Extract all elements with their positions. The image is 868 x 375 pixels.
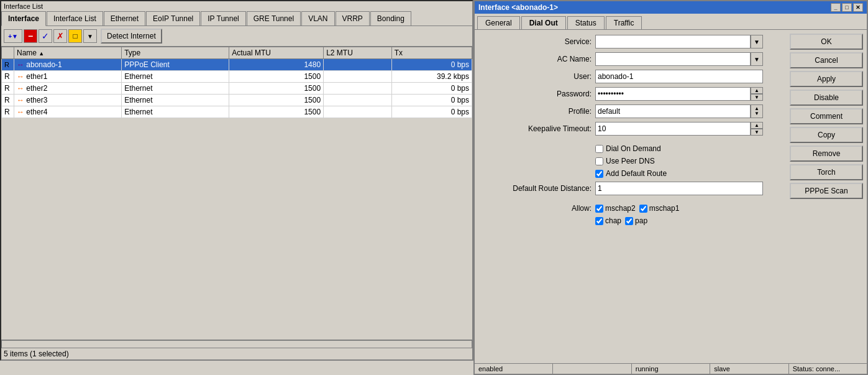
- row-flag: R: [2, 106, 14, 118]
- dial-on-demand-label[interactable]: Dial On Demand: [595, 144, 661, 153]
- ac-name-dropdown[interactable]: ▼: [751, 52, 763, 66]
- dialog-tabs-bar: General Dial Out Status Traffic: [475, 14, 867, 30]
- tab-vrrp[interactable]: VRRP: [336, 11, 370, 25]
- password-input[interactable]: [595, 87, 751, 101]
- row-l2mtu: [324, 59, 392, 71]
- col-type[interactable]: Type: [122, 47, 229, 59]
- tab-ethernet[interactable]: Ethernet: [104, 11, 145, 25]
- tab-traffic[interactable]: Traffic: [606, 16, 642, 29]
- cancel-button[interactable]: Cancel: [790, 52, 863, 68]
- user-input[interactable]: [595, 70, 763, 83]
- table-row[interactable]: R ↔ ether2 Ethernet 1500 0 bps: [2, 83, 472, 95]
- ac-name-input[interactable]: [595, 52, 751, 66]
- keepalive-input[interactable]: [595, 122, 751, 136]
- allow-pap-checkbox[interactable]: [625, 217, 633, 225]
- torch-button[interactable]: Torch: [790, 164, 863, 180]
- tab-bonding[interactable]: Bonding: [370, 11, 411, 25]
- profile-input[interactable]: [595, 104, 751, 118]
- dialog-content: Service: ▼ AC Name: ▼: [475, 30, 867, 363]
- col-name[interactable]: Name ▲: [14, 47, 122, 59]
- row-mtu: 1500: [229, 106, 324, 118]
- tab-eoip[interactable]: EoIP Tunnel: [146, 11, 200, 25]
- tab-gre[interactable]: GRE Tunnel: [247, 11, 301, 25]
- allow-row: Allow: mschap2 mschap1: [480, 204, 781, 213]
- table-row[interactable]: R ↔ ether3 Ethernet 1500 0 bps: [2, 95, 472, 106]
- apply-button[interactable]: Apply: [790, 71, 863, 87]
- default-route-distance-row: Default Route Distance:: [480, 182, 781, 195]
- dialog-title: Interface <abonado-1>: [478, 3, 558, 12]
- table-row[interactable]: R ↔ ether1 Ethernet 1500 39.2 kbps: [2, 71, 472, 83]
- ok-button[interactable]: OK: [790, 34, 863, 50]
- side-buttons: OK Cancel Apply Disable Comment Copy Rem…: [786, 30, 867, 363]
- keepalive-up[interactable]: ▲: [751, 122, 763, 129]
- table-row[interactable]: R ↔ abonado-1 PPPoE Client 1480 0 bps: [2, 59, 472, 71]
- comment-button[interactable]: Comment: [790, 108, 863, 124]
- disable-button[interactable]: Disable: [790, 90, 863, 106]
- add-button[interactable]: +▼: [4, 29, 22, 43]
- tab-general[interactable]: General: [477, 16, 520, 29]
- status-empty: [553, 364, 631, 374]
- row-flag: R: [2, 83, 14, 95]
- comment-button[interactable]: □: [68, 29, 82, 43]
- row-name: ↔ ether2: [14, 83, 122, 95]
- remove-button[interactable]: −: [24, 29, 37, 43]
- row-mtu: 1500: [229, 83, 324, 95]
- dial-on-demand-checkbox[interactable]: [595, 145, 603, 153]
- close-button[interactable]: ✕: [853, 3, 863, 12]
- row-mtu: 1480: [229, 59, 324, 71]
- col-tx[interactable]: Tx: [391, 47, 472, 59]
- password-row: Password: ▲ ▼: [480, 87, 781, 101]
- password-label: Password:: [480, 90, 592, 98]
- row-tx: 39.2 kbps: [391, 71, 472, 83]
- password-down[interactable]: ▼: [751, 94, 763, 101]
- maximize-button[interactable]: □: [842, 3, 852, 12]
- tab-iptunnel[interactable]: IP Tunnel: [201, 11, 245, 25]
- use-peer-dns-checkbox[interactable]: [595, 157, 603, 165]
- disable-button[interactable]: ✗: [53, 29, 67, 43]
- profile-label: Profile:: [480, 107, 592, 116]
- row-tx: 0 bps: [391, 83, 472, 95]
- pppoe-scan-button[interactable]: PPPoE Scan: [790, 183, 863, 199]
- service-dropdown[interactable]: ▼: [751, 35, 763, 49]
- tab-interface-list[interactable]: Interface List: [47, 11, 103, 25]
- service-label: Service:: [480, 37, 592, 46]
- allow-mschap1[interactable]: mschap1: [639, 204, 680, 213]
- copy-button[interactable]: Copy: [790, 127, 863, 143]
- minimize-button[interactable]: _: [831, 3, 841, 12]
- dial-on-demand-row: Dial On Demand: [595, 144, 781, 153]
- col-flag[interactable]: [2, 47, 14, 59]
- enable-button[interactable]: ✓: [39, 29, 52, 43]
- left-status-bar: 5 items (1 selected): [1, 348, 472, 359]
- allow-mschap1-checkbox[interactable]: [639, 205, 647, 213]
- add-default-route-label[interactable]: Add Default Route: [595, 169, 667, 178]
- profile-dropdown[interactable]: ▲ ▼: [751, 104, 763, 118]
- default-route-distance-input[interactable]: [595, 182, 763, 195]
- allow-mschap2[interactable]: mschap2: [595, 204, 636, 213]
- col-mtu[interactable]: Actual MTU: [229, 47, 324, 59]
- password-up[interactable]: ▲: [751, 87, 763, 94]
- tab-dial-out[interactable]: Dial Out: [521, 16, 566, 29]
- tab-status[interactable]: Status: [567, 16, 605, 29]
- row-flag: R: [2, 71, 14, 83]
- tab-vlan[interactable]: VLAN: [301, 11, 334, 25]
- allow-chap[interactable]: chap: [595, 216, 621, 225]
- service-input[interactable]: [595, 35, 751, 49]
- remove-button[interactable]: Remove: [790, 146, 863, 162]
- add-default-route-checkbox[interactable]: [595, 170, 603, 178]
- tab-interface[interactable]: Interface: [1, 11, 46, 26]
- status-conn: Status: conne...: [789, 364, 867, 374]
- service-row: Service: ▼: [480, 35, 781, 49]
- col-l2mtu[interactable]: L2 MTU: [324, 47, 392, 59]
- allow-mschap2-checkbox[interactable]: [595, 205, 603, 213]
- detect-internet-button[interactable]: Detect Internet: [101, 29, 162, 44]
- row-mtu: 1500: [229, 95, 324, 106]
- use-peer-dns-label[interactable]: Use Peer DNS: [595, 157, 655, 165]
- table-row[interactable]: R ↔ ether4 Ethernet 1500 0 bps: [2, 106, 472, 118]
- filter-button[interactable]: ▼: [83, 29, 97, 43]
- allow-chap-checkbox[interactable]: [595, 217, 603, 225]
- titlebar-buttons: _ □ ✕: [831, 3, 863, 12]
- keepalive-down[interactable]: ▼: [751, 129, 763, 136]
- password-updown: ▲ ▼: [751, 87, 763, 101]
- row-type: Ethernet: [122, 71, 229, 83]
- allow-pap[interactable]: pap: [625, 216, 647, 225]
